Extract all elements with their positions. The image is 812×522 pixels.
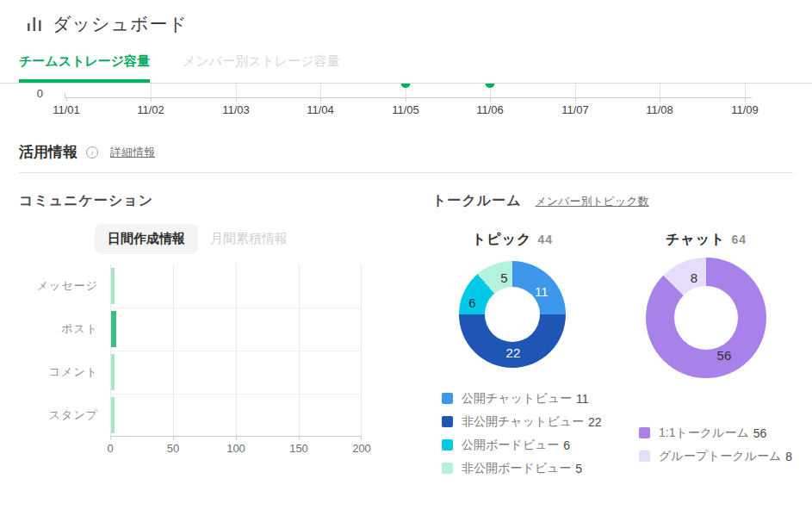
topic-legend: 公開チャットビュー 11 非公開チャットビュー 22 公開ボードビュー 6 [422,387,603,480]
bar-chart-tick [173,437,174,440]
legend-item-closed-chat[interactable]: 非公開チャットビュー 22 [442,410,603,433]
legend-value: 5 [575,462,582,475]
legend-value: 56 [753,426,767,440]
timeline-gridline [151,84,152,98]
page-header: ダッシュボード [0,0,812,36]
data-point-marker-11-06[interactable] [486,84,495,88]
timeline-date-label: 11/04 [307,103,334,116]
donut-hole [674,286,738,350]
communication-title: コミュニケーション [19,192,398,210]
topic-donut-chart[interactable]: 11 22 6 5 [459,261,566,368]
category-label-message: メッセージ [19,264,98,308]
legend-value: 8 [785,450,792,463]
legend-label: 非公開チャットビュー [462,414,584,430]
bar-stamp[interactable] [111,397,115,433]
x-axis-label: 150 [289,442,308,455]
legend-swatch-one-to-one [639,427,650,438]
timeline-date-label: 11/09 [731,103,759,116]
talkroom-title: トークルーム [432,192,522,210]
timeline-date-label: 11/05 [392,103,419,116]
category-label-comment: コメント [19,351,98,394]
timeline-x-axis [65,97,752,98]
x-axis-label: 0 [107,442,113,455]
info-icon[interactable]: i [86,146,98,158]
legend-swatch-closed-board [442,463,453,474]
legend-item-closed-board[interactable]: 非公開ボードビュー 5 [442,457,603,480]
bar-chart-tick [299,437,300,440]
legend-item-one-to-one[interactable]: 1:1トークルーム 56 [639,421,797,444]
legend-label: 1:1トークルーム [659,426,749,441]
dashboard-bar-chart-icon [26,16,43,33]
legend-label: 非公開ボードビュー [462,461,571,476]
topic-donut-title: トピック44 [422,231,603,249]
timeline-date-label: 11/01 [53,103,80,116]
page-title: ダッシュボード [53,12,188,36]
tab-member-storage[interactable]: メンバー別ストレージ容量 [183,53,339,83]
timeline-tick [66,98,67,102]
talkroom-header: トークルーム メンバー別トピック数 [422,192,805,210]
legend-swatch-closed-chat [442,416,453,427]
topic-donut-group: トピック44 11 22 6 5 公開チャットビュー 11 [422,231,603,480]
legend-item-group[interactable]: グループトークルーム 8 [639,444,797,468]
chat-legend: 1:1トークルーム 56 グループトークルーム 8 [616,421,797,468]
timeline-tick [490,98,491,102]
slice-value-open-board: 6 [468,295,475,310]
timeline-gridline [236,84,237,98]
bar-chart-row-separator [110,308,362,308]
slice-value-closed-board: 5 [500,270,507,285]
bar-chart-category-labels: メッセージ ポスト コメント スタンプ [19,264,110,437]
timeline-plot-strip [0,84,812,98]
detail-info-link[interactable]: 詳細情報 [110,145,155,160]
talkroom-panel: トークルーム メンバー別トピック数 トピック44 11 22 6 5 [422,173,805,480]
subtab-daily-created[interactable]: 日間作成情報 [95,224,198,254]
timeline-tick [151,98,152,102]
communication-panel: コミュニケーション 日間作成情報 月間累積情報 メッセージ ポスト コメント ス… [19,173,398,480]
timeline-date-label: 11/02 [137,103,164,116]
communication-subtabs: 日間作成情報 月間累積情報 [95,224,398,254]
timeline-tick [320,98,321,102]
chat-title-text: チャット [666,232,726,246]
topic-title-text: トピック [472,232,532,246]
legend-label: グループトークルーム [659,449,781,464]
timeline-tick [660,98,660,102]
category-label-stamp: スタンプ [19,394,98,437]
timeline-gridline [320,84,321,98]
legend-swatch-open-board [442,439,453,451]
member-topic-count-link[interactable]: メンバー別トピック数 [536,194,649,209]
x-axis-label: 100 [226,442,245,455]
legend-label: 公開チャットビュー [462,391,572,407]
timeline-date-label: 11/07 [561,103,589,116]
timeline-gridline [745,84,746,98]
legend-item-open-chat[interactable]: 公開チャットビュー 11 [442,387,603,410]
bar-chart-tick [361,437,362,440]
tab-team-storage[interactable]: チームストレージ容量 [19,53,150,83]
slice-value-one-to-one: 56 [717,348,732,363]
bar-chart-tick [110,437,111,440]
bar-chart-plot-area: 0 50 100 150 200 [110,264,362,437]
timeline-date-label: 11/03 [222,103,250,116]
bar-comment[interactable] [111,354,115,390]
timeline-date-label: 11/08 [646,103,673,116]
chat-donut-chart[interactable]: 56 8 [646,258,766,378]
bar-chart-row-separator [110,394,362,395]
x-axis-label: 50 [167,442,179,455]
bar-chart-tick [236,437,237,440]
legend-swatch-group [639,451,650,462]
chat-donut-title: チャット64 [616,231,797,249]
storage-tabbar: チームストレージ容量 メンバー別ストレージ容量 [0,53,812,84]
slice-value-closed-chat: 22 [506,345,521,360]
storage-timeline-chart[interactable]: 0 11/01 11/02 11/03 11/04 11/05 11/06 11… [0,84,812,118]
data-point-marker-11-05[interactable] [401,84,411,88]
legend-swatch-open-chat [442,393,453,404]
legend-value: 22 [588,415,602,429]
usage-section-body: コミュニケーション 日間作成情報 月間累積情報 メッセージ ポスト コメント ス… [0,173,812,480]
timeline-tick [406,98,406,102]
category-label-post: ポスト [19,308,98,351]
bar-message[interactable] [111,268,115,304]
timeline-tick [745,98,746,102]
x-axis-label: 200 [352,442,371,455]
legend-item-open-board[interactable]: 公開ボードビュー 6 [442,433,603,457]
subtab-monthly-cumulative[interactable]: 月間累積情報 [210,231,288,247]
timeline-gridline [660,84,660,98]
bar-post[interactable] [111,311,116,347]
